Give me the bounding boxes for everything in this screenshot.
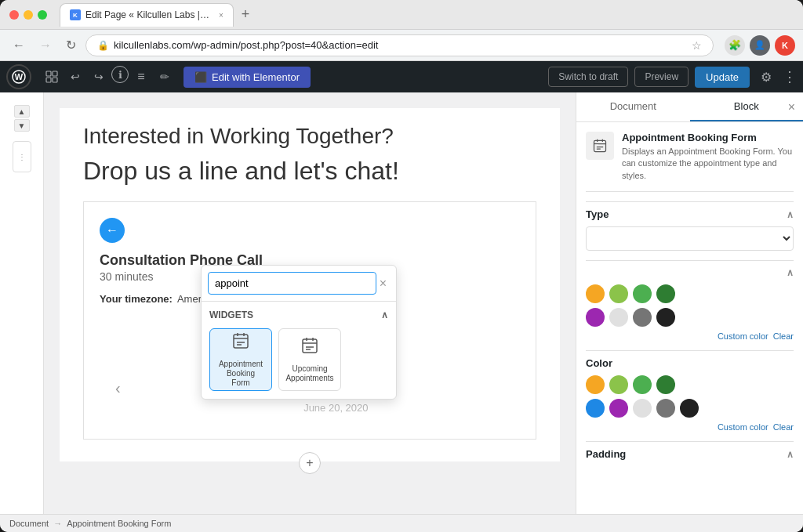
color-row-2 [586,399,794,418]
extensions-icon[interactable]: 🧩 [725,35,745,56]
scroll-down-button[interactable]: ▼ [14,119,30,132]
padding-header: Padding ∧ [586,441,794,466]
padding-label: Padding [586,448,626,460]
widget-search-popup: × Widgets ∧ Appointment Booking Form [201,265,397,400]
close-window-button[interactable] [9,10,19,20]
tab-document[interactable]: Document [576,92,690,121]
edit-with-elementor-button[interactable]: ⬛ Edit with Elementor [183,67,311,88]
color-black-2[interactable] [680,399,699,418]
forward-button[interactable]: → [35,35,56,56]
svg-rect-18 [594,140,606,151]
color-gray-2[interactable] [656,399,675,418]
calendar-prev-button[interactable]: ‹ [115,379,121,397]
add-block-button[interactable]: + [299,452,321,474]
tab-close-button[interactable]: × [219,11,223,20]
padding-collapse-button[interactable]: ∧ [787,449,794,460]
refresh-button[interactable]: ↻ [61,34,81,56]
status-separator: → [53,519,62,528]
color-purple[interactable] [586,308,605,327]
page-heading: Interested in Working Together? [60,108,560,157]
title-bar: K Edit Page « Kilcullen Labs | La... × + [0,0,803,30]
widgets-section-header: Widgets ∧ [209,309,388,320]
color-light-gray[interactable] [609,308,628,327]
tab-area: K Edit Page « Kilcullen Labs | La... × + [60,3,254,27]
custom-color-link-2[interactable]: Custom color [718,422,768,432]
upcoming-appointments-widget[interactable]: Upcoming Appointments [278,328,341,391]
widgets-section: Widgets ∧ Appointment Booking Form [202,302,396,399]
color-green-2[interactable] [633,375,652,394]
browser-tab[interactable]: K Edit Page « Kilcullen Labs | La... × [60,3,234,27]
svg-rect-5 [53,78,57,82]
switch-to-draft-button[interactable]: Switch to draft [548,67,628,87]
color-orange-2[interactable] [586,375,605,394]
appointment-booking-form-widget[interactable]: Appointment Booking Form [209,328,272,391]
type-select[interactable] [586,226,794,251]
page-content-area: Interested in Working Together? Drop us … [44,92,576,514]
widgets-collapse-button[interactable]: ∧ [381,309,388,320]
color-light-green-2[interactable] [609,375,628,394]
color-gray[interactable] [633,308,652,327]
booking-back-button[interactable]: ← [100,218,125,243]
info-toolbar-button[interactable]: ℹ [111,66,129,83]
page-subheading: Drop us a line and let's chat! [60,157,560,201]
bookmark-icon[interactable]: ☆ [692,39,702,52]
color-label: Color [586,357,612,369]
background-section-header: ∧ [586,260,794,284]
upcoming-appointments-icon [300,336,319,360]
type-section-header: Type ∧ [586,201,794,226]
redo-toolbar-button[interactable]: ↪ [88,66,110,88]
timezone-label: Your timezone: [100,293,173,305]
maximize-window-button[interactable] [38,10,47,20]
custom-color-link[interactable]: Custom color [718,331,768,341]
color-black[interactable] [656,308,675,327]
undo-toolbar-button[interactable]: ↩ [64,66,86,88]
block-mover-up[interactable]: ⋮ [13,141,31,172]
back-button[interactable]: ← [8,35,30,56]
update-button[interactable]: Update [695,67,750,88]
url-bar[interactable]: 🔒 kilcullenlabs.com/wp-admin/post.php?po… [85,34,714,56]
more-options-button[interactable]: ⋮ [783,68,797,85]
clear-color-link[interactable]: Clear [773,331,794,341]
search-clear-button[interactable]: × [376,273,390,294]
traffic-lights [9,10,47,20]
color-light-gray-2[interactable] [633,399,652,418]
status-current: Appointment Booking Form [67,519,171,528]
sidebar-close-button[interactable]: × [788,100,795,114]
wp-admin-toolbar: W ↩ ↪ ℹ ≡ ✏ ⬛ Edit with Elementor Switch… [0,61,803,92]
color-actions: Custom color Clear [586,422,794,432]
color-orange[interactable] [586,284,605,303]
background-color-section: ∧ Custom color [586,260,794,341]
list-view-button[interactable]: ≡ [130,66,152,88]
elementor-icon: ⬛ [194,71,207,83]
clear-color-link-2[interactable]: Clear [773,422,794,432]
tools-button[interactable]: ✏ [154,66,176,88]
preview-button[interactable]: Preview [634,67,689,87]
tab-block[interactable]: Block [690,92,804,121]
svg-rect-3 [53,71,57,76]
type-section: Type ∧ [586,201,794,251]
scroll-up-button[interactable]: ▲ [14,105,30,118]
color-dark-green-2[interactable] [656,375,675,394]
account-icon[interactable]: K [775,35,795,56]
address-bar: ← → ↻ 🔒 kilcullenlabs.com/wp-admin/post.… [0,30,803,61]
color-light-green[interactable] [609,284,628,303]
background-collapse-button[interactable]: ∧ [787,267,794,278]
color-purple-2[interactable] [609,399,628,418]
bg-color-actions: Custom color Clear [586,331,794,341]
appointment-form-label: Appointment Booking Form [216,360,265,388]
color-blue-2[interactable] [586,399,605,418]
wordpress-logo[interactable]: W [6,64,31,89]
back-arrow-icon: ← [106,223,118,237]
block-info: Appointment Booking Form Displays an App… [586,132,794,192]
settings-button[interactable]: ⚙ [756,67,776,88]
minimize-window-button[interactable] [24,10,33,20]
color-dark-green[interactable] [656,284,675,303]
clear-icon: × [380,277,387,290]
widget-search-input[interactable] [208,272,376,295]
add-block-toolbar-button[interactable] [41,66,63,88]
profile-button[interactable]: 👤 [750,35,770,56]
type-collapse-button[interactable]: ∧ [787,209,794,220]
sidebar-content: Appointment Booking Form Displays an App… [576,122,803,514]
new-tab-button[interactable]: + [237,5,255,24]
color-green[interactable] [633,284,652,303]
